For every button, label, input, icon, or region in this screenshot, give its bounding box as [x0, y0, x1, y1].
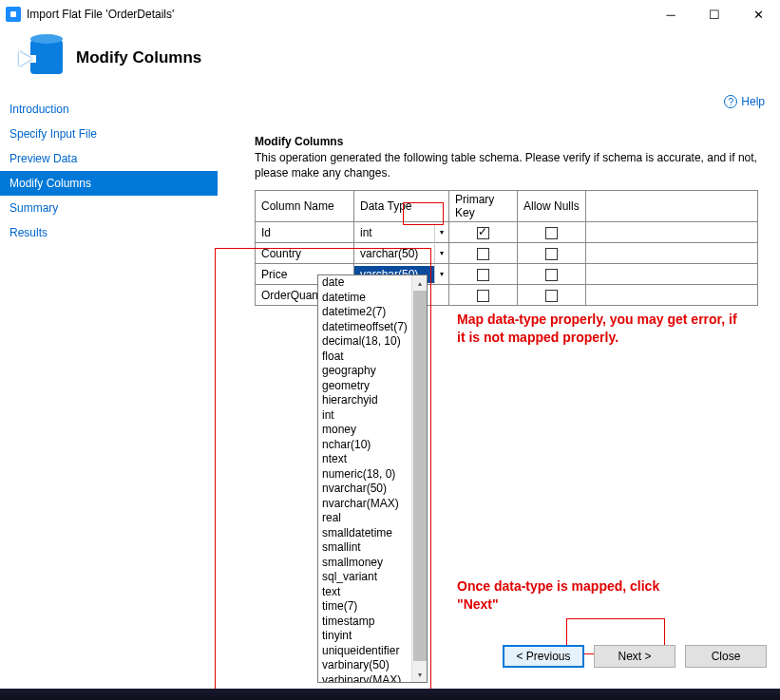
- col-header-name[interactable]: Column Name: [256, 191, 354, 222]
- checkbox-icon[interactable]: [545, 227, 558, 239]
- dropdown-item[interactable]: datetime2(7): [318, 305, 427, 320]
- close-wizard-button[interactable]: Close: [685, 645, 767, 668]
- table-row: Id int▾: [256, 222, 758, 243]
- cell-name[interactable]: Id: [256, 222, 354, 243]
- checkbox-icon[interactable]: [545, 290, 558, 302]
- dropdown-item[interactable]: money: [318, 423, 427, 438]
- next-button[interactable]: Next >: [594, 645, 675, 668]
- sidebar-item-introduction[interactable]: Introduction: [0, 97, 218, 122]
- section-title: Modify Columns: [255, 135, 770, 148]
- sidebar-item-summary[interactable]: Summary: [0, 196, 218, 220]
- help-icon: ?: [724, 95, 737, 108]
- dropdown-icon[interactable]: ▾: [434, 265, 448, 284]
- scrollbar[interactable]: ▴ ▾: [411, 275, 427, 682]
- col-header-pk[interactable]: Primary Key: [449, 191, 518, 222]
- sidebar-item-results[interactable]: Results: [0, 220, 218, 245]
- cell-extra: [586, 243, 758, 264]
- dropdown-item[interactable]: nvarchar(50): [318, 482, 427, 497]
- checkbox-icon[interactable]: [545, 248, 558, 260]
- col-header-extra: [586, 191, 758, 222]
- dropdown-item[interactable]: varbinary(MAX): [318, 673, 427, 684]
- cell-pk[interactable]: [449, 285, 518, 306]
- help-link[interactable]: ? Help: [724, 95, 765, 108]
- annotation-text: Once data-type is mapped, click "Next": [457, 577, 694, 614]
- cell-type[interactable]: int▾: [354, 222, 449, 243]
- database-import-icon: [19, 38, 63, 78]
- checkbox-icon[interactable]: [477, 248, 489, 260]
- title-bar: Import Flat File 'OrderDetails' ─ ☐ ✕: [0, 0, 780, 28]
- scroll-down-icon[interactable]: ▾: [412, 667, 427, 682]
- maximize-button[interactable]: ☐: [693, 0, 736, 28]
- dropdown-item[interactable]: time(7): [318, 599, 427, 615]
- window-buttons: ─ ☐ ✕: [649, 0, 780, 28]
- datatype-dropdown[interactable]: datedatetimedatetime2(7)datetimeoffset(7…: [317, 274, 428, 683]
- wizard-sidebar: Introduction Specify Input File Preview …: [0, 95, 218, 692]
- cell-pk[interactable]: [449, 222, 518, 243]
- dropdown-item[interactable]: nchar(10): [318, 438, 427, 453]
- previous-button[interactable]: < Previous: [503, 645, 584, 668]
- dropdown-item[interactable]: float: [318, 350, 427, 365]
- cell-extra: [586, 222, 758, 243]
- wizard-footer: < Previous Next > Close: [503, 645, 767, 668]
- checkbox-icon[interactable]: [477, 227, 489, 239]
- dropdown-item[interactable]: smallint: [318, 540, 427, 556]
- checkbox-icon[interactable]: [477, 269, 489, 281]
- cell-nulls[interactable]: [518, 264, 586, 285]
- page-title: Modify Columns: [76, 48, 201, 67]
- dropdown-item[interactable]: text: [318, 585, 427, 600]
- dropdown-icon[interactable]: ▾: [434, 223, 448, 242]
- dropdown-item[interactable]: varbinary(50): [318, 658, 427, 673]
- close-button[interactable]: ✕: [736, 0, 780, 28]
- main-content: ? Help Modify Columns This operation gen…: [218, 95, 780, 692]
- dropdown-item[interactable]: datetime: [318, 291, 427, 306]
- cell-type[interactable]: varchar(50)▾: [354, 243, 449, 264]
- dropdown-item[interactable]: sql_variant: [318, 570, 427, 585]
- window-title: Import Flat File 'OrderDetails': [27, 8, 174, 21]
- minimize-button[interactable]: ─: [649, 0, 693, 28]
- dropdown-item[interactable]: timestamp: [318, 615, 427, 630]
- col-header-type[interactable]: Data Type: [354, 191, 449, 222]
- dropdown-icon[interactable]: ▾: [434, 244, 448, 263]
- dropdown-item[interactable]: geography: [318, 364, 427, 379]
- app-icon: [6, 7, 21, 22]
- col-header-nulls[interactable]: Allow Nulls: [518, 191, 586, 222]
- checkbox-icon[interactable]: [545, 269, 558, 281]
- scroll-thumb[interactable]: [413, 291, 427, 661]
- cell-nulls[interactable]: [518, 285, 586, 306]
- checkbox-icon[interactable]: [477, 290, 489, 302]
- section-description: This operation generated the following t…: [255, 150, 770, 180]
- dropdown-item[interactable]: uniqueidentifier: [318, 644, 427, 659]
- wizard-header: Modify Columns: [0, 28, 780, 95]
- dropdown-item[interactable]: smallmoney: [318, 556, 427, 571]
- cell-name[interactable]: Country: [256, 243, 354, 264]
- sidebar-item-preview-data[interactable]: Preview Data: [0, 146, 218, 171]
- dropdown-item[interactable]: smalldatetime: [318, 526, 427, 541]
- dropdown-item[interactable]: tinyint: [318, 629, 427, 644]
- cell-nulls[interactable]: [518, 243, 586, 264]
- scroll-up-icon[interactable]: ▴: [412, 275, 427, 291]
- dropdown-item[interactable]: ntext: [318, 452, 427, 467]
- sidebar-item-specify-input[interactable]: Specify Input File: [0, 122, 218, 146]
- dropdown-item[interactable]: date: [318, 275, 427, 291]
- cell-extra: [586, 264, 758, 285]
- dropdown-item[interactable]: hierarchyid: [318, 393, 427, 408]
- dropdown-item[interactable]: real: [318, 511, 427, 526]
- dropdown-item[interactable]: decimal(18, 10): [318, 334, 427, 350]
- sidebar-item-modify-columns[interactable]: Modify Columns: [0, 171, 218, 196]
- dropdown-item[interactable]: numeric(18, 0): [318, 467, 427, 482]
- taskbar: [0, 689, 780, 700]
- dropdown-item[interactable]: int: [318, 408, 427, 424]
- annotation-text: Map data-type properly, you may get erro…: [457, 311, 742, 347]
- cell-pk[interactable]: [449, 243, 518, 264]
- help-label: Help: [741, 95, 765, 108]
- dropdown-item[interactable]: datetimeoffset(7): [318, 320, 427, 335]
- cell-pk[interactable]: [449, 264, 518, 285]
- cell-extra: [586, 285, 758, 306]
- table-header-row: Column Name Data Type Primary Key Allow …: [256, 191, 758, 222]
- table-row: Country varchar(50)▾: [256, 243, 758, 264]
- dropdown-item[interactable]: nvarchar(MAX): [318, 497, 427, 512]
- cell-nulls[interactable]: [518, 222, 586, 243]
- dropdown-item[interactable]: geometry: [318, 379, 427, 394]
